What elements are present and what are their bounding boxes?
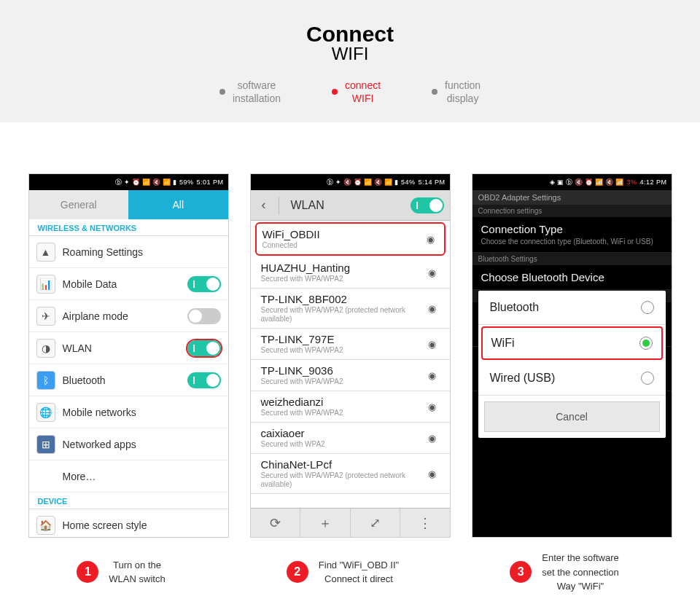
row-wlan[interactable]: ◑WLAN: [29, 332, 228, 364]
app-header: OBD2 Adapter Settings: [472, 190, 672, 205]
status-bar: ⓑ✦⏰📶🔇📶▮ 59% 5:01 PM: [29, 174, 228, 190]
wifi-icon: ◉: [425, 401, 440, 412]
status-bar: ⓑ✦🔇⏰📶🔇📶▮ 54% 5:14 PM: [251, 174, 450, 190]
roaming-icon: ▲: [36, 243, 55, 262]
choose-bt-device-row[interactable]: Choose Bluetooth Device: [472, 265, 672, 290]
back-icon[interactable]: ‹: [257, 197, 271, 213]
airplane-icon: ✈: [36, 307, 55, 326]
bottom-bar: ⟳ ＋ ⤢ ⋮: [251, 508, 450, 537]
step-text-2: Find "WiFi_OBD II" Connect it direct: [319, 558, 413, 586]
menu-icon[interactable]: ⋮: [400, 509, 450, 537]
radio-icon: [641, 372, 654, 385]
wlan-icon: ◑: [36, 339, 55, 358]
networks-icon: 🌐: [36, 403, 55, 422]
dot-icon: [432, 89, 438, 95]
row-airplane[interactable]: ✈Airplane mode: [29, 300, 228, 332]
toggle-bluetooth[interactable]: [187, 372, 221, 388]
section-wireless: WIRELESS & NETWORKS: [29, 219, 228, 236]
bluetooth-icon: ᛒ: [36, 371, 55, 390]
section-device: DEVICE: [29, 493, 228, 509]
wifi-icon: ◉: [425, 303, 440, 314]
wifi-icon: ◉: [425, 433, 440, 444]
nav-software[interactable]: softwareinstallation: [219, 79, 281, 105]
network-row[interactable]: HUAZHU_HantingSecured with WPA/WPA2◉: [251, 257, 450, 289]
toggle-wlan[interactable]: [187, 340, 221, 356]
step-badge-1: 1: [77, 561, 98, 583]
nav-connect-wifi[interactable]: connectWIFI: [332, 79, 381, 105]
wifi-icon: ◉: [425, 267, 440, 278]
row-mobile-networks[interactable]: 🌐Mobile networks: [29, 396, 228, 428]
refresh-icon[interactable]: ⟳: [251, 509, 301, 537]
option-wifi[interactable]: WiFi: [481, 326, 663, 360]
step-nav: softwareinstallation connectWIFI functio…: [0, 79, 700, 105]
step-2: 2 Find "WiFi_OBD II" Connect it direct: [287, 554, 413, 590]
row-mobile-data[interactable]: 📊Mobile Data: [29, 268, 228, 300]
wlan-header: ‹ WLAN: [251, 190, 450, 221]
wlan-title: WLAN: [287, 199, 403, 212]
wifi-icon: ◉: [424, 234, 438, 245]
network-row[interactable]: TP-LINK_8BF002Secured with WPA/WPA2 (pro…: [251, 289, 450, 329]
bluetooth-settings-header: Bluetooth Settings: [472, 253, 672, 265]
connection-type-dialog: Bluetooth WiFi Wired (USB) Cancel: [478, 291, 666, 438]
row-roaming[interactable]: ▲Roaming Settings: [29, 236, 228, 268]
toggle-mobile-data[interactable]: [187, 276, 221, 292]
row-more[interactable]: More…: [29, 460, 228, 493]
tab-all[interactable]: All: [128, 190, 228, 219]
network-row[interactable]: caixiaoerSecured with WPA2◉: [251, 423, 450, 454]
radio-icon: [639, 337, 653, 350]
settings-tabs: General All: [29, 190, 228, 219]
row-home-style[interactable]: 🏠Home screen style: [29, 509, 228, 538]
phone-row: ⓑ✦⏰📶🔇📶▮ 59% 5:01 PM General All WIRELESS…: [0, 122, 700, 612]
title-line2: WIFI: [0, 44, 700, 64]
step-3: 3 Enter the software set the connection …: [510, 554, 634, 590]
row-networked-apps[interactable]: ⊞Networked apps: [29, 428, 228, 460]
row-bluetooth[interactable]: ᛒBluetooth: [29, 364, 228, 396]
wps-icon[interactable]: ⤢: [351, 509, 401, 537]
toggle-airplane[interactable]: [187, 308, 221, 324]
apps-icon: ⊞: [36, 435, 55, 454]
step-badge-2: 2: [287, 561, 308, 583]
cancel-button[interactable]: Cancel: [484, 401, 660, 432]
radio-icon: [641, 301, 654, 314]
add-icon[interactable]: ＋: [300, 509, 351, 537]
page-header: Connect WIFI softwareinstallation connec…: [0, 0, 700, 122]
toggle-wlan-master[interactable]: [411, 197, 444, 213]
wifi-icon: ◉: [425, 370, 440, 381]
wifi-icon: ◉: [425, 468, 440, 479]
title-line1: Connect: [0, 22, 700, 47]
step-text-3: Enter the software set the connection Wa…: [542, 551, 634, 594]
option-bluetooth[interactable]: Bluetooth: [478, 291, 666, 325]
network-row[interactable]: weizhedianziSecured with WPA/WPA2◉: [251, 391, 450, 423]
network-row[interactable]: TP-LINK_797ESecured with WPA/WPA2◉: [251, 329, 450, 360]
subheader-connection: Connection settings: [472, 205, 672, 217]
network-row[interactable]: ChinaNet-LPcfSecured with WPA/WPA2 (prot…: [251, 454, 450, 494]
nav-function[interactable]: functiondisplay: [432, 79, 481, 105]
dot-icon: [332, 89, 338, 95]
phone-settings: ⓑ✦⏰📶🔇📶▮ 59% 5:01 PM General All WIRELESS…: [28, 173, 229, 538]
connection-type-row[interactable]: Connection Type Choose the connection ty…: [472, 217, 672, 253]
wifi-icon: ◉: [425, 339, 440, 350]
network-wifi-obdii[interactable]: WiFi_OBDIIConnected◉: [255, 222, 446, 256]
network-row[interactable]: TP-LINK_9036Secured with WPA/WPA2◉: [251, 360, 450, 391]
home-icon: 🏠: [36, 516, 55, 535]
tab-general[interactable]: General: [29, 190, 129, 219]
phone-obd-settings: ◈▣ⓑ🔇⏰📶🔇📶 3% 4:12 PM OBD2 Adapter Setting…: [472, 173, 672, 538]
step-badge-3: 3: [510, 561, 532, 583]
step-1: 1 Turn on the WLAN switch: [77, 554, 179, 590]
option-wired[interactable]: Wired (USB): [478, 361, 666, 396]
phone-wlan-list: ⓑ✦🔇⏰📶🔇📶▮ 54% 5:14 PM ‹ WLAN WiFi_OBDIICo…: [250, 173, 451, 538]
step-text-1: Turn on the WLAN switch: [109, 558, 179, 586]
mobile-data-icon: 📊: [36, 275, 55, 294]
dot-icon: [219, 89, 225, 95]
status-bar: ◈▣ⓑ🔇⏰📶🔇📶 3% 4:12 PM: [472, 174, 672, 190]
